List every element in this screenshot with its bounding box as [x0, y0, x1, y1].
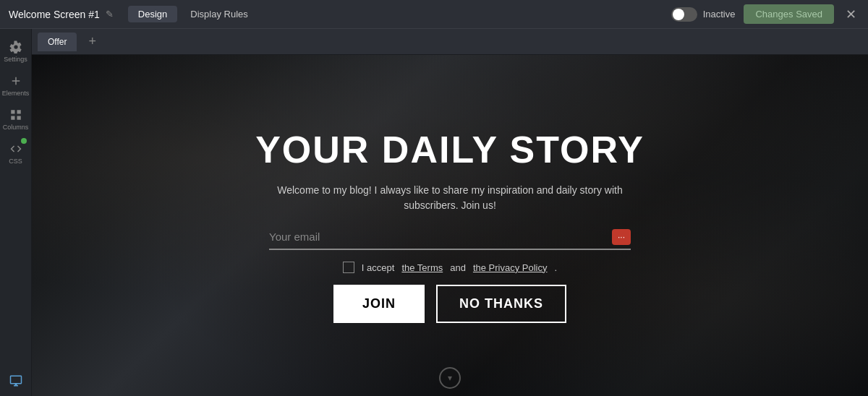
canvas: YOUR DAILY STORY Welcome to my blog! I a…: [32, 55, 868, 396]
monitor-icon: [9, 374, 22, 387]
hero-subtitle: Welcome to my blog! I always like to sha…: [262, 183, 638, 213]
left-sidebar: Settings Elements Columns CSS: [0, 29, 32, 396]
tab-display-rules[interactable]: Display Rules: [180, 6, 258, 22]
page-title: Welcome Screen #1 ✎: [9, 9, 114, 20]
buttons-row: JOIN NO THANKS: [333, 285, 566, 323]
no-thanks-button[interactable]: NO THANKS: [436, 285, 566, 323]
elements-label: Elements: [2, 90, 30, 97]
add-tab-button[interactable]: +: [82, 34, 102, 49]
email-input[interactable]: [269, 225, 631, 249]
gear-icon: [9, 40, 22, 53]
privacy-link[interactable]: the Privacy Policy: [473, 262, 548, 273]
terms-link[interactable]: the Terms: [401, 262, 443, 273]
terms-text-before: I accept: [362, 262, 395, 273]
email-options-button[interactable]: ···: [612, 229, 631, 245]
terms-text-after: .: [555, 262, 558, 273]
terms-text-middle: and: [450, 262, 466, 273]
top-bar: Welcome Screen #1 ✎ Design Display Rules…: [0, 0, 868, 29]
terms-row: I accept the Terms and the Privacy Polic…: [343, 262, 557, 273]
inactive-label: Inactive: [703, 9, 736, 20]
inactive-toggle[interactable]: Inactive: [671, 7, 736, 22]
content-area: Settings Elements Columns CSS: [0, 29, 868, 396]
columns-icon: [9, 108, 22, 121]
css-active-dot: [21, 138, 27, 144]
scroll-indicator: ▾: [439, 367, 461, 389]
sidebar-item-settings[interactable]: Settings: [0, 35, 31, 69]
toggle-switch[interactable]: [671, 7, 697, 22]
edit-icon[interactable]: ✎: [106, 9, 114, 20]
title-text: Welcome Screen #1: [9, 9, 100, 20]
css-label: CSS: [9, 158, 22, 165]
main-area: Offer + YOUR DAILY STORY Welcome to my b…: [32, 29, 868, 396]
changes-saved-button[interactable]: Changes Saved: [744, 4, 834, 24]
plus-icon: [9, 74, 22, 87]
sidebar-item-elements[interactable]: Elements: [0, 69, 31, 103]
canvas-content: YOUR DAILY STORY Welcome to my blog! I a…: [32, 55, 868, 396]
top-bar-tabs: Design Display Rules: [128, 6, 258, 22]
hero-title: YOUR DAILY STORY: [255, 128, 644, 171]
offer-tab[interactable]: Offer: [38, 33, 77, 51]
tab-design[interactable]: Design: [128, 6, 177, 22]
close-button[interactable]: ✕: [843, 7, 859, 22]
terms-checkbox[interactable]: [343, 262, 354, 273]
code-icon: [9, 142, 22, 155]
tabs-area: Offer +: [32, 29, 868, 55]
columns-label: Columns: [3, 124, 29, 131]
email-row: ···: [269, 225, 631, 250]
settings-label: Settings: [4, 56, 27, 63]
sidebar-item-columns[interactable]: Columns: [0, 103, 31, 137]
sidebar-item-monitor[interactable]: [0, 369, 31, 396]
top-bar-right: Inactive Changes Saved ✕: [671, 4, 859, 24]
sidebar-item-css[interactable]: CSS: [0, 137, 31, 171]
join-button[interactable]: JOIN: [333, 285, 425, 323]
